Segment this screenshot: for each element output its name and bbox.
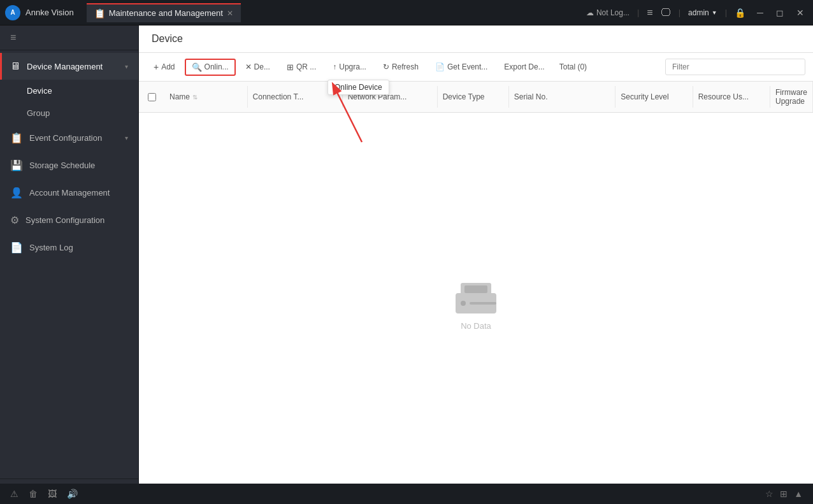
sidebar-section-main: 🖥 Device Management ▾ Device Group 📋 Eve… (0, 50, 138, 264)
plus-icon: + (154, 62, 159, 72)
minimize-button[interactable]: ─ (753, 6, 767, 19)
titlebar-right: ☁ Not Log... | ≡ 🖵 | admin ▼ | 🔒 ─ ◻ ✕ (586, 6, 808, 19)
content-header: Device (139, 25, 813, 53)
annotation-arrow (327, 78, 403, 148)
col-serial: Serial No. (509, 86, 616, 108)
cloud-status[interactable]: ☁ Not Log... (586, 8, 630, 17)
bottom-delete-icon[interactable]: 🗑 (29, 489, 38, 499)
sidebar-item-account-management[interactable]: 👤 Account Management (0, 179, 138, 206)
chevron-down-icon: ▾ (125, 63, 128, 70)
sidebar-item-system-configuration[interactable]: ⚙ System Configuration (0, 206, 138, 234)
refresh-button[interactable]: ↻ Refresh (376, 59, 426, 75)
star-icon[interactable]: ☆ (765, 489, 773, 499)
bottom-left-icons: ⚠ 🗑 🖼 🔊 (10, 489, 78, 499)
add-button[interactable]: + Add (147, 58, 182, 76)
main-tab[interactable]: 📋 Maintenance and Management ✕ (87, 3, 241, 22)
search-icon: 🔍 (192, 62, 202, 72)
svg-line-0 (333, 85, 362, 142)
sidebar-label-group: Group (27, 108, 50, 118)
sidebar-item-event-configuration[interactable]: 📋 Event Configuration ▾ (0, 124, 138, 152)
export-button[interactable]: Export De... (497, 59, 551, 75)
event-icon: 📄 (435, 62, 445, 71)
delete-button[interactable]: ✕ De... (238, 59, 277, 75)
qr-icon: ⊞ (287, 62, 294, 72)
sidebar-label-system-config: System Configuration (25, 215, 104, 225)
online-device-button[interactable]: 🔍 Onlin... (185, 59, 236, 76)
tab-icon: 📋 (94, 8, 105, 18)
sidebar-label-event-config: Event Configuration (29, 133, 102, 143)
sidebar-label-account: Account Management (29, 188, 110, 198)
restore-button[interactable]: ◻ (772, 6, 788, 19)
cloud-icon: ☁ (586, 8, 594, 17)
storage-icon: 💾 (10, 159, 23, 171)
col-resource: Resource Us... (693, 86, 770, 108)
event-config-icon: 📋 (10, 132, 23, 144)
sidebar-collapse-button[interactable]: ≡ (0, 25, 138, 50)
sidebar-label-device: Device (27, 86, 52, 96)
app-logo: A (5, 5, 20, 20)
bottom-alert-icon[interactable]: ⚠ (10, 489, 18, 499)
filter-input[interactable] (665, 59, 805, 75)
bottom-image-icon[interactable]: 🖼 (48, 489, 57, 499)
sidebar: ≡ 🖥 Device Management ▾ Device Group 📋 E… (0, 25, 139, 504)
titlebar: A Annke Vision 📋 Maintenance and Managem… (0, 0, 813, 25)
sidebar-label-system-log: System Log (29, 243, 73, 252)
separator: | (637, 8, 639, 17)
upgrade-icon: ↑ (333, 62, 336, 71)
tab-close-icon[interactable]: ✕ (227, 9, 233, 18)
sidebar-label-device-management: Device Management (27, 62, 103, 71)
no-data-container: No Data (139, 113, 813, 498)
sidebar-label-storage: Storage Schedule (29, 161, 95, 170)
account-icon: 👤 (10, 187, 23, 199)
user-label: admin (688, 8, 709, 17)
refresh-icon: ↻ (383, 62, 389, 71)
user-chevron: ▼ (712, 10, 717, 16)
user-info[interactable]: admin ▼ (688, 8, 717, 17)
sidebar-subitem-device[interactable]: Device (0, 80, 138, 102)
system-config-icon: ⚙ (10, 214, 19, 226)
sidebar-item-system-log[interactable]: 📄 System Log (0, 234, 138, 261)
main-layout: ≡ 🖥 Device Management ▾ Device Group 📋 E… (0, 25, 813, 504)
device-management-icon: 🖥 (10, 61, 20, 72)
delete-icon: ✕ (245, 62, 252, 71)
col-device-type: Device Type (438, 86, 509, 108)
titlebar-left: A Annke Vision 📋 Maintenance and Managem… (5, 3, 241, 22)
cloud-status-label: Not Log... (596, 8, 630, 17)
monitor-icon[interactable]: 🖵 (661, 7, 671, 18)
col-security: Security Level (615, 86, 693, 108)
total-count: Total (0) (554, 62, 592, 71)
sidebar-item-storage-schedule[interactable]: 💾 Storage Schedule (0, 152, 138, 179)
window-controls: ─ ◻ ✕ (753, 6, 808, 19)
upgrade-button[interactable]: ↑ Upgra... (326, 59, 373, 75)
get-event-button[interactable]: 📄 Get Event... (428, 59, 494, 75)
device-table: Name ⇅ Connection T... Network Param... … (139, 82, 813, 504)
system-log-icon: 📄 (10, 241, 23, 254)
tab-label: Maintenance and Management (109, 8, 223, 18)
bottom-audio-icon[interactable]: 🔊 (67, 489, 78, 499)
select-all-checkbox-container[interactable] (139, 93, 164, 101)
app-name: Annke Vision (25, 8, 74, 17)
no-data-label: No Data (461, 321, 491, 331)
table-header: Name ⇅ Connection T... Network Param... … (139, 82, 813, 113)
col-name: Name ⇅ (164, 86, 248, 108)
col-firmware: Firmware Upgrade (770, 82, 813, 112)
chevron-right-icon: ▾ (125, 134, 128, 141)
qr-button[interactable]: ⊞ QR ... (280, 59, 323, 76)
separator3: | (725, 8, 727, 17)
bottom-bar: ⚠ 🗑 🖼 🔊 ☆ ⊞ ▲ (0, 484, 813, 504)
lock-icon[interactable]: 🔒 (735, 8, 745, 18)
no-data-icon (456, 280, 496, 313)
fullscreen-icon[interactable]: ⊞ (780, 489, 788, 499)
select-all-checkbox[interactable] (148, 93, 156, 101)
sidebar-subitem-group[interactable]: Group (0, 102, 138, 124)
list-icon[interactable]: ≡ (647, 7, 652, 18)
page-title: Device (152, 33, 183, 44)
toolbar: + Add 🔍 Onlin... ✕ De... ⊞ QR ... ↑ Upg (139, 53, 813, 82)
bottom-right-icons: ☆ ⊞ ▲ (765, 489, 803, 499)
chevron-up-icon[interactable]: ▲ (794, 489, 803, 499)
main-content: Device + Add 🔍 Onlin... ✕ De... ⊞ QR .. (139, 25, 813, 504)
sidebar-item-device-management[interactable]: 🖥 Device Management ▾ (0, 53, 138, 80)
sort-icon[interactable]: ⇅ (192, 94, 198, 101)
separator2: | (679, 8, 680, 17)
close-button[interactable]: ✕ (793, 6, 808, 19)
